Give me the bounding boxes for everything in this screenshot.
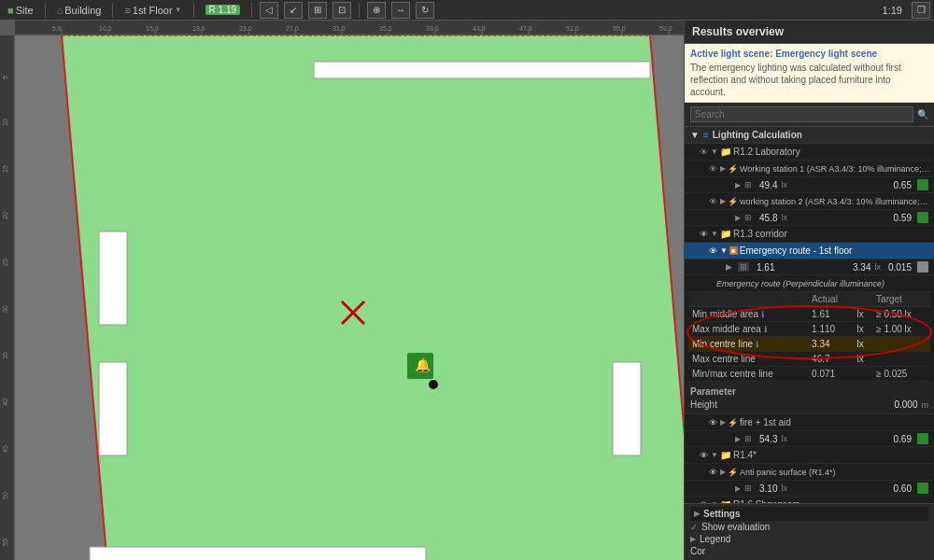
min-middle-unit: lx [854,307,873,322]
max-middle-actual: 1.110 [808,322,853,337]
min-centre-unit: lx [854,337,873,352]
working1-eye-icon[interactable]: 👁 [707,163,718,175]
emergency-unit: lx [874,262,881,272]
toolbar-nav2[interactable]: ↙ [284,2,303,19]
toolbar-sep5 [359,3,360,18]
antipanic-eye-icon[interactable]: 👁 [707,467,718,478]
antipanic-color-bar [917,483,928,494]
working2-color-bar [917,212,928,223]
perp-label: Emergency route (Perpendicular illuminan… [716,279,930,288]
svg-text:10: 10 [2,119,8,126]
fire-row[interactable]: 👁 ▶ ⚡ fire + 1st aid [685,414,934,431]
toolbar-building[interactable]: ⌂ Building [53,5,106,16]
min-middle-target: ≥ 0.50 lx [872,307,930,322]
min-middle-actual: 1.61 [808,307,853,322]
r13-eye-icon[interactable]: 👁 [698,229,709,240]
svg-rect-48 [99,362,127,455]
fire-eye-icon[interactable]: 👁 [707,417,718,428]
emergency-route-row[interactable]: 👁 ▼ ■ Emergency route - 1st floor [685,243,934,259]
svg-text:35.0: 35.0 [379,25,392,32]
r14-row[interactable]: 👁 ▼ 📁 R1.4* [685,447,934,464]
svg-text:35: 35 [2,352,8,359]
svg-text:40: 40 [2,399,8,406]
search-icon: 🔍 [917,109,928,119]
measurements-table: Actual Target Min middle area ℹ 1.61 lx [688,292,930,382]
height-row: Height 0.000 m [690,399,928,411]
working2-uo: 0.59 [894,213,912,223]
working1-row[interactable]: 👁 ▶ ⚡ Working station 1 (ASR A3.4/3: 10%… [685,161,934,177]
search-input[interactable] [690,106,913,122]
emergency-meas-row: ▶ ⊞ 1.61 3.34 lx 0.015 [685,259,934,275]
toolbar-zoom-fit[interactable]: ⊞ [308,2,327,19]
working1-icon: ⚡ [728,164,738,174]
r14-folder-icon: 📁 [720,450,731,460]
antipanic-val: 3.10 [759,483,777,494]
toolbar-floor[interactable]: ≡ 1st Floor ▼ [120,5,185,16]
working2-eye-icon[interactable]: 👁 [707,196,718,207]
antipanic-expand-icon: ▶ [720,468,726,476]
r14-expand-icon: ▼ [711,451,718,459]
antipanic-unit: lx [781,483,787,493]
r12-expand-icon: ▼ [711,147,718,156]
settings-header[interactable]: ▶ Settings [690,507,928,521]
toolbar-room[interactable]: R 1.19 [202,5,244,15]
max-centre-target [872,352,930,367]
r16-row[interactable]: 👁 ▼ 📁 R1.6 Showroom [685,497,934,503]
lighting-calc-header[interactable]: ▼ ≡ Lighting Calculation [685,127,934,144]
antipanic-meas-row: ▶ ⊞ 3.10 lx 0.60 [685,481,934,497]
show-eval-label[interactable]: Show evaluation [701,522,770,532]
working2-label: working station 2 (ASR A3.4/3: 10% illum… [740,197,930,206]
svg-text:47.0: 47.0 [519,25,532,32]
min-middle-label: Min middle area ℹ [688,307,808,322]
emergency-label: Emergency route - 1st floor [740,245,930,256]
search-bar: 🔍 [685,103,934,127]
canvas-area[interactable]: 5.0 10.0 15.0 19.0 23.0 27.0 31.0 35.0 3… [0,21,684,560]
antipanic-row[interactable]: 👁 ▶ ⚡ Anti panic surface (R1.4*) [685,464,934,481]
antipanic-uo: 0.60 [894,483,912,494]
toolbar-window-restore[interactable]: ❐ [912,2,930,19]
emergency-icon: ■ [729,246,738,255]
working2-expand2: ▶ [735,214,741,222]
perp-row[interactable]: Emergency route (Perpendicular illuminan… [685,275,934,292]
toolbar-rotate[interactable]: ↻ [416,2,434,19]
panel-content[interactable]: ▼ ≡ Lighting Calculation 👁 ▼ 📁 R1.2 Labo… [685,127,934,503]
minmax-centre-target: ≥ 0.025 [872,367,930,382]
min-centre-actual: 3.34 [808,337,853,352]
cor-label: Cor [690,546,705,556]
r12-row[interactable]: 👁 ▼ 📁 R1.2 Laboratory [685,144,934,161]
drawing-canvas[interactable]: 🔔 [15,35,684,560]
toolbar-nav1[interactable]: ◁ [260,2,278,19]
r14-eye-icon[interactable]: 👁 [698,450,709,461]
emergency-eye-icon[interactable]: 👁 [707,245,718,257]
measurements-table-container: Actual Target Min middle area ℹ 1.61 lx [685,292,934,382]
height-label: Height [690,399,890,410]
r13-row[interactable]: 👁 ▼ 📁 R1.3 corridor [685,226,934,243]
toolbar-center[interactable]: ⊕ [367,2,386,19]
toolbar-zoom-region[interactable]: ⊡ [333,2,351,19]
lighting-calc-expand: ▼ [690,130,700,140]
r12-eye-icon[interactable]: 👁 [698,147,709,158]
table-header-actual: Actual [808,292,853,307]
param-section: Parameter Height 0.000 m [685,382,934,414]
param-label: Parameter [690,385,928,399]
svg-text:50: 50 [2,492,8,499]
toolbar-measure[interactable]: ↔ [391,2,410,19]
svg-rect-46 [314,62,650,78]
toolbar-sep3 [193,3,194,18]
working2-meas-row: ▶ ⊞ 45.8 lx 0.59 [685,210,934,226]
svg-text:51.0: 51.0 [566,25,579,32]
fire-label: fire + 1st aid [740,417,930,427]
table-header-name [688,292,808,307]
working1-label: Working station 1 (ASR A3.4/3: 10% illum… [740,164,930,174]
ruler-top: 5.0 10.0 15.0 19.0 23.0 27.0 31.0 35.0 3… [15,21,684,35]
minmax-centre-actual: 0.071 [808,367,853,382]
r14-label: R1.4* [733,450,930,460]
emergency-val1: 1.61 [757,262,774,273]
svg-text:25: 25 [2,259,8,266]
svg-text:31.0: 31.0 [333,25,346,32]
working2-row[interactable]: 👁 ▶ ⚡ working station 2 (ASR A3.4/3: 10%… [685,193,934,210]
fire-unit: lx [781,434,787,443]
toolbar-site[interactable]: ■ Site [4,5,37,16]
svg-text:5.0: 5.0 [52,25,62,32]
panel-bottom: ▶ Settings ✓ Show evaluation ▶ Legend Co… [685,503,934,560]
